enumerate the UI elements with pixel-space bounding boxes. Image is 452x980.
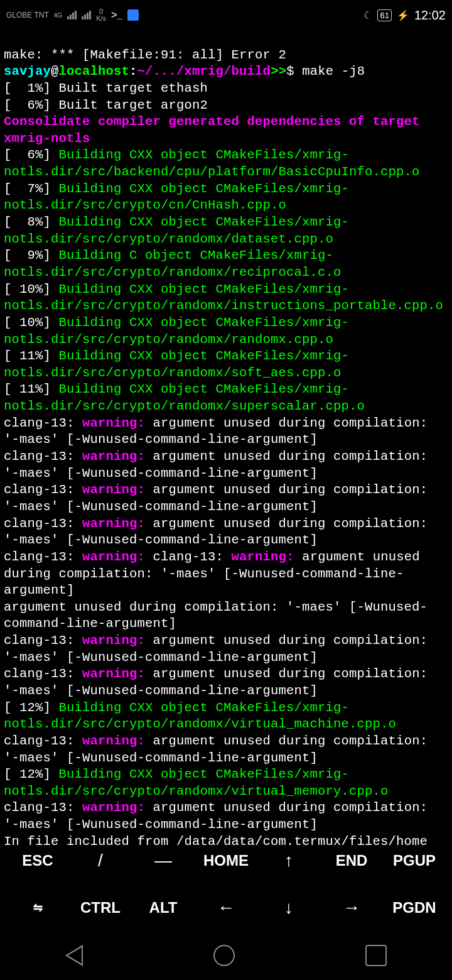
warn-4: warning:	[82, 516, 153, 531]
clang-1: clang-13:	[4, 416, 82, 430]
build-6: Building CXX object CMakeFiles/xmrig-not…	[4, 148, 420, 179]
pct-11b: [ 11%]	[4, 382, 59, 396]
pct-6: [ 6%]	[4, 148, 59, 162]
battery-indicator: 61	[377, 9, 391, 21]
status-left: GLOBE TNT 4G 0K/s >_	[6, 8, 139, 22]
android-nav-bar	[0, 931, 452, 980]
key-end[interactable]: END	[320, 852, 383, 869]
key-row-1: ESC / — HOME ↑ END PGUP	[0, 837, 452, 884]
key-home[interactable]: HOME	[195, 852, 257, 869]
clang-5b: clang-13:	[153, 550, 232, 564]
key-pgdn[interactable]: PGDN	[383, 899, 446, 917]
clang-8: clang-13:	[4, 734, 82, 748]
pct-8: [ 8%]	[4, 215, 59, 229]
termux-icon: >_	[111, 9, 122, 21]
built-ethash: [ 1%] Built target ethash	[4, 81, 208, 95]
prompt-user: savjay	[4, 64, 51, 79]
built-argon2: [ 6%] Built target argon2	[4, 98, 208, 112]
warn-5b: warning:	[232, 550, 303, 564]
net-speed: 0K/s	[96, 8, 106, 22]
key-dash[interactable]: —	[132, 851, 195, 871]
termux-extra-keys: ESC / — HOME ↑ END PGUP ⇋ CTRL ALT ← ↓ →…	[0, 837, 452, 931]
app-icon	[127, 9, 139, 21]
warn-1: warning:	[82, 416, 153, 430]
build-12b: Building CXX object CMakeFiles/xmrig-not…	[4, 767, 389, 798]
key-down[interactable]: ↓	[257, 898, 320, 918]
pct-12b: [ 12%]	[4, 767, 59, 781]
status-right: ☾ 61 ⚡ 12:02	[363, 8, 446, 23]
key-esc[interactable]: ESC	[6, 852, 69, 869]
warn-9: warning:	[82, 800, 153, 815]
nav-recent-button[interactable]	[365, 945, 387, 966]
pct-10a: [ 10%]	[4, 282, 59, 297]
nav-home-button[interactable]	[213, 945, 235, 966]
pct-10b: [ 10%]	[4, 315, 59, 330]
signal-icon-2	[82, 11, 91, 19]
key-right[interactable]: →	[320, 898, 383, 918]
pct-7: [ 7%]	[4, 182, 59, 196]
warn-8: warning:	[82, 734, 153, 748]
network-type: 4G	[54, 12, 62, 19]
clang-2: clang-13:	[4, 449, 82, 464]
key-row-2: ⇋ CTRL ALT ← ↓ → PGDN	[0, 884, 452, 931]
clang-9: clang-13:	[4, 800, 82, 815]
prompt-colon: :	[129, 64, 137, 79]
prompt-host: localhost	[59, 64, 130, 79]
clang-6: clang-13:	[4, 633, 82, 648]
key-up[interactable]: ↑	[257, 851, 320, 871]
warn-6: warning:	[82, 633, 153, 648]
prompt-at: @	[51, 64, 59, 79]
key-pgup[interactable]: PGUP	[383, 852, 446, 869]
carrier-label: GLOBE TNT	[6, 11, 49, 19]
warn-3: warning:	[82, 482, 153, 497]
key-slash[interactable]: /	[69, 851, 132, 871]
terminal-output[interactable]: make: *** [Makefile:91: all] Error 2 sav…	[0, 30, 452, 850]
prompt-dollar: $	[286, 64, 302, 79]
nav-back-button[interactable]	[65, 945, 83, 966]
clang-3: clang-13:	[4, 482, 82, 497]
warn-7: warning:	[82, 667, 153, 681]
make-error: make: *** [Makefile:91: all] Error 2	[4, 48, 286, 62]
build-10a: Building CXX object CMakeFiles/xmrig-not…	[4, 282, 443, 313]
prompt-cwd: ~/.../xmrig/build	[137, 64, 271, 79]
key-ctrl[interactable]: CTRL	[69, 899, 132, 917]
key-alt[interactable]: ALT	[132, 899, 195, 917]
consolidate-msg: Consolidate compiler generated dependenc…	[4, 114, 428, 146]
android-status-bar: GLOBE TNT 4G 0K/s >_ ☾ 61 ⚡ 12:02	[0, 0, 452, 30]
clang-7: clang-13:	[4, 667, 82, 681]
warn-2: warning:	[82, 449, 153, 464]
charging-icon: ⚡	[397, 9, 409, 21]
build-12a: Building CXX object CMakeFiles/xmrig-not…	[4, 700, 396, 732]
pct-12a: [ 12%]	[4, 700, 59, 715]
key-tab[interactable]: ⇋	[6, 901, 69, 915]
clock: 12:02	[414, 8, 446, 23]
key-left[interactable]: ←	[195, 898, 257, 918]
pct-9: [ 9%]	[4, 248, 59, 263]
pct-11a: [ 11%]	[4, 349, 59, 363]
clang-5a: clang-13:	[4, 550, 82, 564]
signal-icon	[67, 11, 77, 19]
command-input: make -j8	[302, 64, 365, 79]
clang-4: clang-13:	[4, 516, 82, 531]
orphan-warn: argument unused during compilation: '-ma…	[4, 600, 428, 631]
dnd-icon: ☾	[363, 9, 372, 21]
warn-5a: warning:	[82, 550, 153, 564]
prompt-arrows: >>	[271, 64, 286, 79]
